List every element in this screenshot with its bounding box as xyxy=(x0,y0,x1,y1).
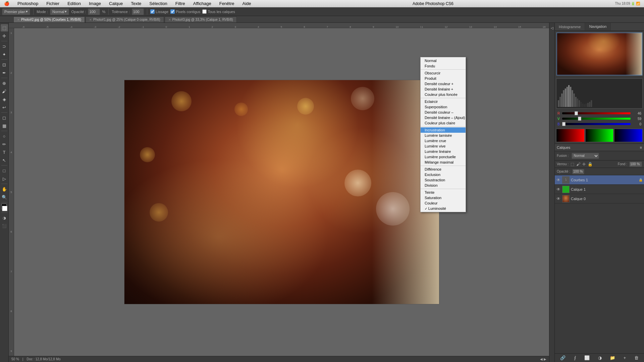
tous-calques-label[interactable]: Tous les calques xyxy=(202,9,235,14)
tool-color-box[interactable] xyxy=(1,204,8,211)
blend-superposition[interactable]: Superposition xyxy=(421,104,466,110)
blend-difference[interactable]: Différence xyxy=(421,167,466,172)
blend-melange-maximal[interactable]: Mélange maximal xyxy=(421,160,466,165)
link-layers-btn[interactable]: 🔗 xyxy=(558,355,567,361)
lissage-checkbox-label[interactable]: Lissage xyxy=(150,9,168,14)
tool-marquee[interactable]: ⬚ xyxy=(1,24,8,32)
tool-screen-mode[interactable]: ⬛ xyxy=(1,222,8,230)
tool-shape[interactable]: □ xyxy=(1,167,8,174)
blend-normal[interactable]: Normal xyxy=(421,58,466,63)
swatch-blue[interactable] xyxy=(614,129,643,142)
swatch-red[interactable] xyxy=(556,129,585,142)
tool-move[interactable]: ✛ xyxy=(1,32,8,40)
layer-row-calque0[interactable]: 👁 Calque 0 xyxy=(555,194,644,203)
add-style-btn[interactable]: ⨍ xyxy=(572,355,578,361)
tool-brush[interactable]: 🖌 xyxy=(1,87,8,95)
mode-dropdown[interactable]: Normal ▾ xyxy=(50,8,69,15)
photo-canvas[interactable] xyxy=(124,80,439,304)
menu-selection[interactable]: Sélection xyxy=(148,1,168,6)
tool-history-brush[interactable]: ↩ xyxy=(1,104,8,111)
menu-fichier[interactable]: Fichier xyxy=(45,1,61,6)
tool-3d[interactable]: ▷ xyxy=(1,175,8,182)
layer-eye-calque1[interactable]: 👁 xyxy=(556,187,561,192)
blend-lumiere-ponctuelle[interactable]: Lumière ponctuelle xyxy=(421,154,466,160)
tool-path-select[interactable]: ↖ xyxy=(1,157,8,164)
green-track[interactable] xyxy=(562,118,631,120)
tab-navigation[interactable]: Navigation xyxy=(585,23,611,31)
blend-lumiere-tamisee[interactable]: Lumière tamisée xyxy=(421,133,466,138)
blend-couleur[interactable]: Couleur xyxy=(421,200,466,206)
pixels-contigus-label[interactable]: Pixels contigus xyxy=(170,9,200,14)
green-thumb[interactable] xyxy=(578,117,581,121)
apple-menu[interactable]: 🍎 xyxy=(3,1,11,6)
menu-photoshop[interactable]: Photoshop xyxy=(16,1,40,6)
swatch-green[interactable] xyxy=(585,129,614,142)
blend-eclaircir[interactable]: Eclaircir xyxy=(421,99,466,104)
blue-thumb[interactable] xyxy=(562,122,566,126)
blend-densite-couleur-plus[interactable]: Densité couleur + xyxy=(421,81,466,86)
opacity-input[interactable] xyxy=(88,8,100,15)
lock-image-icon[interactable]: 🖌 xyxy=(576,162,580,167)
blend-densite-couleur-minus[interactable]: Densité couleur – xyxy=(421,110,466,115)
layer-eye-courbes[interactable]: 👁 xyxy=(556,178,561,182)
tool-text[interactable]: T xyxy=(1,148,8,156)
blend-densite-lineaire-plus[interactable]: Densité linéaire + xyxy=(421,86,466,92)
tool-eraser[interactable]: ◻ xyxy=(1,114,8,121)
tool-gradient[interactable]: ▦ xyxy=(1,122,8,129)
blend-lumiere-lineaire[interactable]: Lumière linéaire xyxy=(421,149,466,154)
menu-aide[interactable]: Aide xyxy=(241,1,253,6)
tool-quick-mask[interactable]: ◑ xyxy=(1,214,8,222)
blend-obscurcir[interactable]: Obscurcir xyxy=(421,70,466,76)
fond-input[interactable] xyxy=(629,162,642,167)
nav-arrows[interactable]: ◀ ▶ xyxy=(540,357,546,361)
blend-lumiere-crue[interactable]: Lumière crue xyxy=(421,138,466,143)
layer-row-calque1[interactable]: 👁 Calque 1 xyxy=(555,185,644,194)
lock-move-icon[interactable]: ✛ xyxy=(582,162,586,167)
lock-transparent-icon[interactable]: ⬚ xyxy=(571,162,574,167)
tool-dodge[interactable]: ○ xyxy=(1,132,8,140)
doc-tab-1[interactable]: ✕ Photo#1.jpg @ 25% (Calque 0 copie, RVB… xyxy=(86,16,164,22)
menu-filtre[interactable]: Filtre xyxy=(174,1,186,6)
menu-texte[interactable]: Texte xyxy=(129,1,143,6)
delete-layer-btn[interactable]: 🗑 xyxy=(633,355,640,361)
tab-histogramme[interactable]: Histogramme xyxy=(555,23,585,31)
blend-lumiere-vive[interactable]: Lumière vive xyxy=(421,143,466,149)
tool-spot-heal[interactable]: ⊕ xyxy=(1,79,8,87)
doc-tab-0[interactable]: ✕ Photo#2.jpg @ 50% (Courbes 1, RVB/8) xyxy=(13,16,85,22)
background-color[interactable] xyxy=(2,206,7,211)
blend-division[interactable]: Division xyxy=(421,183,466,188)
layers-menu-icon[interactable]: ≡ xyxy=(640,145,642,149)
tool-eyedropper[interactable]: ✒ xyxy=(1,69,8,76)
menu-edition[interactable]: Edition xyxy=(66,1,82,6)
red-track[interactable] xyxy=(562,112,631,114)
preset-dropdown[interactable]: Premier plan ▾ xyxy=(2,8,30,15)
menu-image[interactable]: Image xyxy=(88,1,102,6)
menu-calque[interactable]: Calque xyxy=(108,1,124,6)
new-group-btn[interactable]: 📁 xyxy=(608,355,617,361)
tool-crop[interactable]: ⊡ xyxy=(1,61,8,68)
add-mask-btn[interactable]: ⬜ xyxy=(583,355,591,361)
tool-zoom[interactable]: 🔍 xyxy=(1,193,8,201)
blend-produit[interactable]: Produit xyxy=(421,76,466,81)
blend-fondu[interactable]: Fondu xyxy=(421,63,466,69)
menu-fenetre[interactable]: Fenêtre xyxy=(218,1,236,6)
tab-0-close[interactable]: ✕ xyxy=(17,18,20,21)
tool-pen[interactable]: ✏ xyxy=(1,140,8,148)
new-layer-btn[interactable]: + xyxy=(622,355,628,361)
tolerance-input[interactable] xyxy=(132,8,144,15)
new-adjustment-btn[interactable]: ◑ xyxy=(596,355,603,361)
lissage-checkbox[interactable] xyxy=(150,9,155,14)
blend-couleur-plus-foncee[interactable]: Couleur plus foncée xyxy=(421,92,466,97)
layer-eye-calque0[interactable]: 👁 xyxy=(556,196,561,201)
opacity-input-layers[interactable] xyxy=(572,169,584,174)
lock-all-icon[interactable]: 🔒 xyxy=(588,162,593,167)
blend-mode-dropdown[interactable]: Normal Fondu Obscurcir Produit Densité c… xyxy=(420,57,466,212)
layer-blend-select[interactable]: Normal Produit Incrustration xyxy=(572,153,599,159)
nav-view-box[interactable] xyxy=(556,33,642,75)
tool-magic-wand[interactable]: ✦ xyxy=(1,51,8,58)
layer-row-courbes[interactable]: 👁 ⤵ Courbes 1 🔒 xyxy=(555,175,644,185)
tous-calques-checkbox[interactable] xyxy=(202,9,207,14)
blend-saturation[interactable]: Saturation xyxy=(421,195,466,200)
tab-2-close[interactable]: ✕ xyxy=(168,18,171,21)
red-thumb[interactable] xyxy=(575,111,578,115)
